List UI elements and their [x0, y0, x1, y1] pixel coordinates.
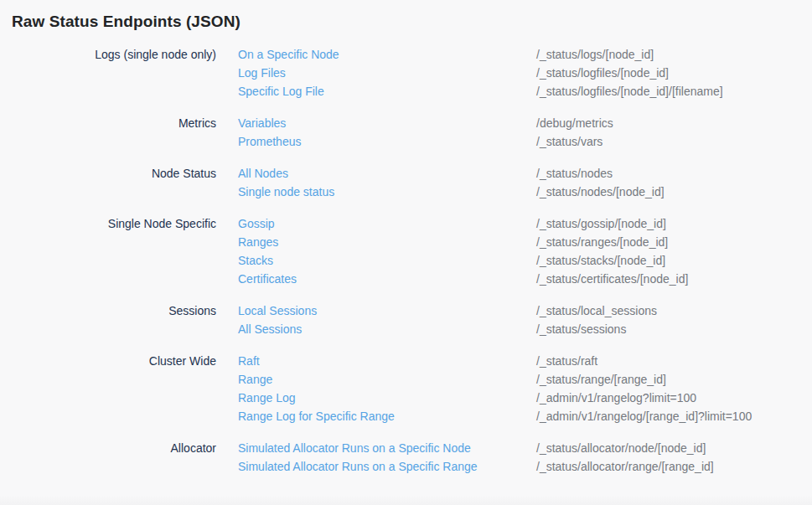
endpoint-link-cell: All Sessions	[216, 320, 536, 338]
endpoint-path: /_status/ranges/[node_id]	[536, 233, 812, 251]
endpoint-link-cell: Specific Log File	[216, 82, 536, 100]
page-title: Raw Status Endpoints (JSON)	[12, 12, 812, 32]
endpoint-link-cell: On a Specific Node	[216, 45, 536, 64]
endpoint-link[interactable]: All Nodes	[238, 167, 288, 180]
bottom-shade	[0, 495, 812, 505]
endpoint-link[interactable]: Simulated Allocator Runs on a Specific N…	[238, 441, 471, 455]
endpoint-link-cell: Range	[216, 370, 536, 389]
endpoint-row: Simulated Allocator Runs on a Specific R…	[0, 457, 812, 476]
endpoint-table: Logs (single node only)On a Specific Nod…	[0, 45, 812, 476]
endpoint-link-cell: Range Log	[216, 389, 536, 407]
endpoint-row: AllocatorSimulated Allocator Runs on a S…	[0, 439, 812, 457]
endpoint-link[interactable]: Variables	[238, 116, 286, 130]
endpoint-path: /_status/logfiles/[node_id]/[filename]	[536, 82, 812, 100]
endpoint-link[interactable]: Range Log	[238, 391, 296, 405]
endpoint-row: Cluster WideRaft/_status/raft	[0, 352, 812, 370]
endpoint-path: /_status/logs/[node_id]	[536, 45, 812, 64]
endpoint-path: /debug/metrics	[536, 114, 812, 132]
endpoint-link[interactable]: On a Specific Node	[238, 48, 339, 61]
endpoint-path: /_status/nodes/[node_id]	[536, 183, 812, 201]
endpoint-row: SessionsLocal Sessions/_status/local_ses…	[0, 301, 812, 320]
endpoint-row: Logs (single node only)On a Specific Nod…	[0, 45, 812, 64]
endpoint-link[interactable]: Raft	[238, 354, 260, 368]
endpoint-link-cell: Prometheus	[216, 132, 536, 151]
endpoint-path: /_status/range/[range_id]	[536, 370, 812, 389]
category-label: Allocator	[0, 439, 216, 457]
endpoint-row: Prometheus/_status/vars	[0, 132, 812, 151]
endpoint-link[interactable]: All Sessions	[238, 322, 302, 336]
endpoint-link[interactable]: Stacks	[238, 254, 273, 267]
endpoint-row: Single Node SpecificGossip/_status/gossi…	[0, 214, 812, 233]
endpoint-path: /_status/certificates/[node_id]	[536, 270, 812, 288]
endpoint-row: Certificates/_status/certificates/[node_…	[0, 270, 812, 288]
endpoint-link-cell: Raft	[216, 352, 536, 370]
endpoint-link[interactable]: Simulated Allocator Runs on a Specific R…	[238, 460, 478, 473]
category-label: Single Node Specific	[0, 214, 216, 233]
endpoint-section: Node StatusAll Nodes/_status/nodesSingle…	[0, 164, 812, 201]
endpoint-section: AllocatorSimulated Allocator Runs on a S…	[0, 439, 812, 476]
endpoint-section: Single Node SpecificGossip/_status/gossi…	[0, 214, 812, 288]
endpoint-row: Range Log for Specific Range/_admin/v1/r…	[0, 407, 812, 425]
endpoint-row: Range/_status/range/[range_id]	[0, 370, 812, 389]
category-label: Metrics	[0, 114, 216, 132]
endpoint-link[interactable]: Ranges	[238, 235, 278, 249]
endpoint-row: Specific Log File/_status/logfiles/[node…	[0, 82, 812, 100]
endpoint-link[interactable]: Prometheus	[238, 135, 301, 148]
category-label: Sessions	[0, 301, 216, 320]
endpoint-path: /_status/nodes	[536, 164, 812, 183]
endpoint-link[interactable]: Range	[238, 373, 272, 386]
endpoint-row: MetricsVariables/debug/metrics	[0, 114, 812, 132]
endpoint-path: /_status/allocator/range/[range_id]	[536, 457, 812, 476]
endpoint-section: Cluster WideRaft/_status/raftRange/_stat…	[0, 352, 812, 425]
endpoint-link-cell: Certificates	[216, 270, 536, 288]
endpoint-link[interactable]: Single node status	[238, 185, 334, 198]
endpoint-link[interactable]: Gossip	[238, 217, 275, 230]
endpoint-link-cell: Single node status	[216, 183, 536, 201]
endpoint-link-cell: Local Sessions	[216, 301, 536, 320]
endpoint-row: Stacks/_status/stacks/[node_id]	[0, 251, 812, 270]
category-label: Node Status	[0, 164, 216, 183]
endpoint-link-cell: Log Files	[216, 64, 536, 82]
endpoint-link-cell: Simulated Allocator Runs on a Specific N…	[216, 439, 536, 457]
endpoint-section: MetricsVariables/debug/metricsPrometheus…	[0, 114, 812, 151]
endpoint-path: /_status/local_sessions	[536, 301, 812, 320]
endpoint-row: Ranges/_status/ranges/[node_id]	[0, 233, 812, 251]
endpoint-path: /_admin/v1/rangelog/[range_id]?limit=100	[536, 407, 812, 425]
endpoint-row: Node StatusAll Nodes/_status/nodes	[0, 164, 812, 183]
endpoint-link[interactable]: Log Files	[238, 66, 286, 80]
endpoint-row: Single node status/_status/nodes/[node_i…	[0, 183, 812, 201]
endpoint-link[interactable]: Range Log for Specific Range	[238, 410, 395, 423]
endpoint-path: /_status/sessions	[536, 320, 812, 338]
endpoint-link-cell: Variables	[216, 114, 536, 132]
category-label: Cluster Wide	[0, 352, 216, 370]
endpoint-section: SessionsLocal Sessions/_status/local_ses…	[0, 301, 812, 338]
endpoint-link[interactable]: Local Sessions	[238, 304, 317, 317]
endpoint-link-cell: Gossip	[216, 214, 536, 233]
endpoint-path: /_status/gossip/[node_id]	[536, 214, 812, 233]
endpoint-path: /_status/vars	[536, 132, 812, 151]
endpoint-link-cell: Range Log for Specific Range	[216, 407, 536, 425]
endpoint-link-cell: Ranges	[216, 233, 536, 251]
endpoint-link-cell: Stacks	[216, 251, 536, 270]
endpoint-path: /_status/stacks/[node_id]	[536, 251, 812, 270]
endpoint-path: /_status/allocator/node/[node_id]	[536, 439, 812, 457]
endpoint-section: Logs (single node only)On a Specific Nod…	[0, 45, 812, 100]
raw-status-endpoints-page: Raw Status Endpoints (JSON) Logs (single…	[0, 12, 812, 505]
endpoint-row: All Sessions/_status/sessions	[0, 320, 812, 338]
endpoint-link-cell: Simulated Allocator Runs on a Specific R…	[216, 457, 536, 476]
endpoint-path: /_status/raft	[536, 352, 812, 370]
endpoint-link[interactable]: Certificates	[238, 272, 297, 286]
endpoint-link[interactable]: Specific Log File	[238, 85, 324, 98]
endpoint-path: /_admin/v1/rangelog?limit=100	[536, 389, 812, 407]
endpoint-link-cell: All Nodes	[216, 164, 536, 183]
endpoint-path: /_status/logfiles/[node_id]	[536, 64, 812, 82]
category-label: Logs (single node only)	[0, 45, 216, 64]
endpoint-row: Log Files/_status/logfiles/[node_id]	[0, 64, 812, 82]
endpoint-row: Range Log/_admin/v1/rangelog?limit=100	[0, 389, 812, 407]
